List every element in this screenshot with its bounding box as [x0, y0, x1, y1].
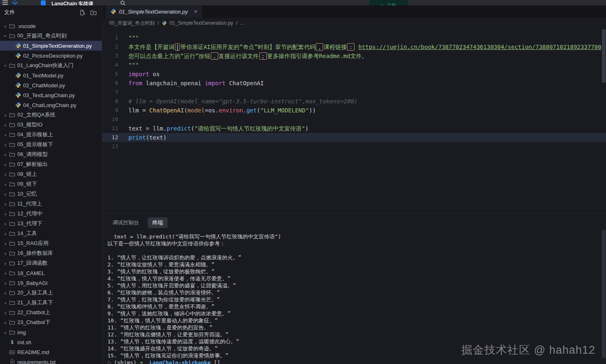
sidebar-item-folder[interactable]: ›12_代理中	[0, 209, 102, 219]
code-line[interactable]: 13	[102, 142, 606, 151]
code-line[interactable]: 12print(text)	[102, 133, 606, 142]
code-text: 您可以点击最上方的“运行”按钮，直接运行该文件；更多操作指引请参考Readme.…	[128, 51, 368, 61]
folder-icon	[8, 201, 16, 207]
sidebar-item-folder[interactable]: ›20_人脉工具上	[0, 288, 102, 298]
sidebar-item-folder[interactable]: ›14_工具	[0, 229, 102, 238]
code-line[interactable]: 6from langchain_openai import ChatOpenAI	[102, 79, 606, 88]
line-number: 13	[102, 142, 128, 151]
sidebar-item-folder[interactable]: ›16_操作数据库	[0, 248, 102, 258]
terminal-line: 9. “情人节，送她红玫瑰，倾诉心中的浓浓爱意。”	[107, 310, 606, 317]
sidebar-item-folder[interactable]: ›15_RAG应用	[0, 238, 102, 248]
folder-icon	[8, 181, 16, 187]
terminal-line: 8. “红玫瑰相伴情人节，爱意永恒不凋谢。”	[107, 303, 606, 310]
editor-tab[interactable]: 01_SimpleTextGeneration.py ×	[105, 5, 202, 18]
sidebar-item-file[interactable]: 04_ChatLongChain.py	[0, 100, 102, 110]
code-line[interactable]: 1"""	[102, 33, 606, 42]
sidebar-item-folder[interactable]: ›13_代理下	[0, 219, 102, 229]
code-line[interactable]: 3您可以点击最上方的“运行”按钮，直接运行该文件；更多操作指引请参考Readme…	[102, 51, 606, 61]
sidebar-item-folder[interactable]: ›22_Chatbot上	[0, 308, 102, 317]
sidebar-item-folder[interactable]: ›05_提示模板下	[0, 140, 102, 149]
file-name: requirements.txt	[17, 359, 56, 364]
code-text: llm = ChatOpenAI(model=os.environ.get("L…	[128, 106, 316, 115]
editor-tab-bar: 01_SimpleTextGeneration.py ×	[102, 5, 606, 18]
code-text: """	[128, 61, 139, 70]
new-file-icon[interactable]	[79, 9, 85, 16]
sidebar-item-file[interactable]: 03_TextLangChain.py	[0, 90, 102, 100]
sidebar-item-folder[interactable]: ›10_记忆	[0, 189, 102, 199]
sidebar-item-file[interactable]: README.md	[0, 347, 102, 357]
panel-tab-1[interactable]: 终端	[148, 217, 168, 228]
sidebar-item-folder[interactable]: ›02_文档QA系统	[0, 110, 102, 120]
chevron-icon: ›	[2, 63, 9, 68]
sidebar-item-folder[interactable]: ›01_LangChain快速入门	[0, 61, 102, 70]
sidebar-item-file[interactable]: requirements.txt	[0, 357, 102, 364]
sidebar-item-file[interactable]: 02_ChatModel.py	[0, 80, 102, 90]
sidebar-item-folder[interactable]: ›18_CAMEL	[0, 268, 102, 278]
run-button-label: 运行	[387, 2, 396, 6]
file-name: 12_代理中	[17, 210, 42, 217]
bottom-panel: 调试控制台终端 text = llm.predict("请给我写一句情人节红玫瑰…	[102, 213, 606, 364]
new-folder-icon[interactable]	[90, 9, 97, 16]
folder-icon	[8, 152, 16, 158]
terminal-line: 2. “红玫瑰绽放情人节，爱意满满永相随。”	[107, 261, 606, 268]
line-number: 9	[102, 106, 128, 115]
file-name: 11_代理上	[17, 200, 42, 208]
sidebar-item-folder[interactable]: ›06_调用模型	[0, 149, 102, 159]
chevron-icon: ›	[2, 191, 8, 197]
code-text: import os	[128, 70, 160, 79]
chevron-icon: ›	[2, 240, 8, 247]
editor-scrollbar[interactable]	[602, 29, 606, 83]
code-line[interactable]: 9llm = ChatOpenAI(model=os.environ.get("…	[102, 106, 606, 115]
breadcrumb-folder[interactable]: 00_开篇词_奇点时刻	[109, 20, 155, 27]
code-line[interactable]: 2本文件是【开篇词|带你亲证AI应用开发的“奇点”时刻】章节的配套代码，课程链接…	[102, 42, 606, 51]
file-name: README.md	[17, 349, 49, 355]
breadcrumb-more[interactable]: ...	[240, 20, 244, 26]
run-button[interactable]: ▷ 运行	[369, 0, 408, 5]
folder-icon	[8, 33, 16, 39]
sidebar-item-file[interactable]: 01_SimpleTextGeneration.py	[0, 41, 102, 51]
file-name: 07_解析输出	[17, 161, 48, 168]
chevron-icon: ›	[2, 329, 8, 336]
sidebar-item-file[interactable]: 02_PictureDescription.py	[0, 51, 102, 61]
line-number: 1	[102, 33, 128, 42]
breadcrumb-file[interactable]: 01_SimpleTextGeneration.py	[170, 20, 233, 26]
panel-tab-0[interactable]: 调试控制台	[108, 217, 144, 228]
sidebar-item-folder[interactable]: ›21_人脉工具下	[0, 298, 102, 308]
search-icon[interactable]	[120, 0, 126, 5]
sidebar-item-folder[interactable]: ›11_代理上	[0, 199, 102, 209]
sidebar-item-folder[interactable]: ›04_提示模板上	[0, 130, 102, 140]
panel-tabs: 调试控制台终端	[102, 214, 606, 230]
file-name: 15_RAG应用	[17, 240, 49, 247]
sidebar-item-folder[interactable]: ›07_解析输出	[0, 159, 102, 169]
code-line[interactable]: 10	[102, 115, 606, 124]
code-line[interactable]: 8# llm = OpenAI(model_name="gpt-3.5-turb…	[102, 97, 606, 106]
folder-icon	[8, 300, 16, 306]
editor-area: 01_SimpleTextGeneration.py × 00_开篇词_奇点时刻…	[102, 5, 606, 364]
code-line[interactable]: 4"""	[102, 61, 606, 70]
code-editor[interactable]: 1"""2本文件是【开篇词|带你亲证AI应用开发的“奇点”时刻】章节的配套代码，…	[102, 28, 606, 213]
file-tree: ›.vscode›00_开篇词_奇点时刻01_SimpleTextGenerat…	[0, 19, 102, 364]
sidebar-item-folder[interactable]: ›17_回调函数	[0, 258, 102, 268]
juejin-logo-icon[interactable]	[12, 0, 18, 5]
breadcrumb[interactable]: 00_开篇词_奇点时刻 / 01_SimpleTextGeneration.py…	[102, 18, 606, 28]
menu-icon[interactable]	[2, 0, 8, 5]
file-name: 09_链下	[17, 180, 37, 188]
sidebar-item-folder[interactable]: ›00_开篇词_奇点时刻	[0, 31, 102, 41]
sidebar-item-folder[interactable]: ›19_BabyAGI	[0, 278, 102, 288]
sidebar-item-folder[interactable]: ›08_链上	[0, 169, 102, 179]
sidebar-item-folder[interactable]: ›23_Chatbot下	[0, 317, 102, 327]
code-line[interactable]: 7	[102, 88, 606, 97]
sidebar-item-folder[interactable]: ›img	[0, 327, 102, 337]
sidebar-item-folder[interactable]: ›.vscode	[0, 21, 102, 31]
code-line[interactable]: 5import os	[102, 70, 606, 79]
tab-label: 01_SimpleTextGeneration.py	[119, 9, 188, 15]
sidebar-item-file[interactable]: $init.sh	[0, 337, 102, 347]
file-name: 02_PictureDescription.py	[23, 53, 83, 59]
chevron-icon: ›	[2, 152, 8, 158]
sidebar-item-file[interactable]: 01_TextModel.py	[0, 70, 102, 80]
sidebar-item-folder[interactable]: ›03_模型IO	[0, 120, 102, 130]
tab-close-icon[interactable]: ×	[194, 8, 197, 15]
code-line[interactable]: 11text = llm.predict("请给我写一句情人节红玫瑰的中文宣传语…	[102, 124, 606, 133]
terminal-scrollbar[interactable]	[602, 230, 606, 358]
sidebar-item-folder[interactable]: ›09_链下	[0, 179, 102, 189]
